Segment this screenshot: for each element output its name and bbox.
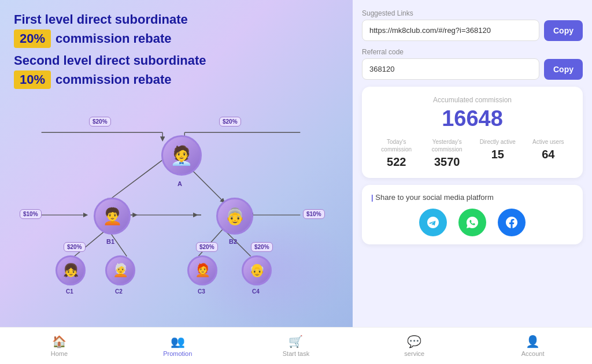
account-icon: 👤	[526, 335, 540, 348]
home-icon: 🏠	[52, 335, 66, 348]
first-level-text: First level direct subordinate	[14, 12, 188, 28]
nav-account[interactable]: 👤 Account	[473, 328, 592, 364]
avatar-c4: 👴	[242, 255, 272, 285]
avatar-c2: 🧑‍🦳	[105, 255, 135, 285]
left-panel: First level direct subordinate 20% commi…	[0, 0, 353, 327]
copy-referral-button[interactable]: Copy	[544, 59, 583, 80]
referral-input-row: Copy	[362, 58, 583, 80]
badge-10pct: 10%	[14, 70, 51, 90]
referral-diagram: $20% $20% 🧑‍💼 A $10% $10% 🧑‍🦱 B1 $20% 👵	[14, 95, 339, 291]
nav-start-task[interactable]: 🛒 Start task	[237, 328, 356, 364]
service-label: service	[404, 350, 424, 357]
start-task-icon: 🛒	[288, 335, 303, 348]
suggested-link-input[interactable]	[362, 20, 539, 41]
share-title: Share to your social media platform	[371, 193, 574, 202]
nav-service[interactable]: 💬 service	[355, 328, 473, 364]
directly-value: 15	[472, 148, 523, 161]
today-value: 522	[371, 155, 422, 169]
right-panel: Suggested Links Copy Referral code Copy …	[353, 0, 592, 327]
avatar-c1-label: C1	[66, 288, 73, 295]
referral-code-section: Referral code Copy	[362, 48, 583, 80]
nav-promotion[interactable]: 👥 Promotion	[119, 328, 237, 364]
badge-20pct-right: $20%	[219, 117, 241, 127]
acc-commission-value: 16648	[371, 106, 574, 131]
suggested-links-section: Suggested Links Copy	[362, 9, 583, 41]
service-icon: 💬	[407, 335, 421, 348]
yesterday-value: 3570	[422, 155, 473, 169]
avatar-c3: 🧑‍🦰	[187, 255, 217, 285]
suggested-links-label: Suggested Links	[362, 9, 583, 17]
promotion-icon: 👥	[171, 335, 185, 348]
stat-directly: Directly active 15	[472, 138, 523, 169]
stat-today: Today's commission 522	[371, 138, 422, 169]
badge-20pct-b2r: $20%	[251, 242, 273, 252]
avatar-b1-label: B1	[106, 238, 114, 245]
active-label: Active users	[523, 138, 574, 146]
badge-20pct-left: $20%	[89, 117, 111, 127]
headline-second-level: Second level direct subordinate 10% comm…	[14, 53, 339, 89]
stats-row: Today's commission 522 Yesterday's commi…	[371, 138, 574, 169]
commission-card: Accumulated commission 16648 Today's com…	[362, 87, 583, 178]
copy-link-button[interactable]: Copy	[544, 20, 583, 41]
telegram-button[interactable]	[419, 209, 447, 236]
active-value: 64	[523, 148, 574, 161]
promotion-label: Promotion	[163, 350, 192, 357]
second-level-text: Second level direct subordinate	[14, 53, 206, 69]
nav-home[interactable]: 🏠 Home	[0, 328, 119, 364]
referral-code-label: Referral code	[362, 48, 583, 56]
today-label: Today's commission	[371, 138, 422, 153]
badge-20pct-b1l: $20%	[64, 242, 86, 252]
home-label: Home	[51, 350, 68, 357]
avatar-c2-label: C2	[115, 288, 123, 295]
avatar-c4-label: C4	[252, 288, 260, 295]
commission-rebate-text: commission rebate	[56, 31, 172, 47]
yesterday-label: Yesterday's commission	[422, 138, 473, 153]
badge-20pct-b2l: $20%	[196, 242, 218, 252]
facebook-button[interactable]	[498, 209, 526, 236]
stat-active: Active users 64	[523, 138, 574, 169]
badge-10pct-left: $10%	[20, 209, 42, 219]
acc-commission-label: Accumulated commission	[371, 96, 574, 104]
avatar-b2: 👵	[216, 198, 253, 235]
avatar-b1: 🧑‍🦱	[94, 198, 131, 235]
directly-label: Directly active	[472, 138, 523, 146]
referral-code-input[interactable]	[362, 58, 539, 80]
avatar-a-label: A	[177, 180, 182, 187]
badge-20pct: 20%	[14, 29, 51, 49]
whatsapp-button[interactable]	[458, 209, 486, 236]
account-label: Account	[521, 350, 545, 357]
commission-rebate-text2: commission rebate	[56, 72, 172, 88]
link-input-row: Copy	[362, 20, 583, 41]
avatar-b2-label: B2	[229, 238, 237, 245]
start-task-label: Start task	[283, 350, 309, 357]
badge-10pct-right: $10%	[303, 209, 325, 219]
share-card: Share to your social media platform	[362, 185, 583, 244]
avatar-c1: 👧	[56, 255, 86, 285]
stat-yesterday: Yesterday's commission 3570	[422, 138, 473, 169]
avatar-a: 🧑‍💼	[161, 135, 202, 176]
social-icons-row	[371, 209, 574, 236]
bottom-nav: 🏠 Home 👥 Promotion 🛒 Start task 💬 servic…	[0, 327, 592, 364]
avatar-c3-label: C3	[198, 288, 205, 295]
headline-first-level: First level direct subordinate 20% commi…	[14, 12, 339, 48]
